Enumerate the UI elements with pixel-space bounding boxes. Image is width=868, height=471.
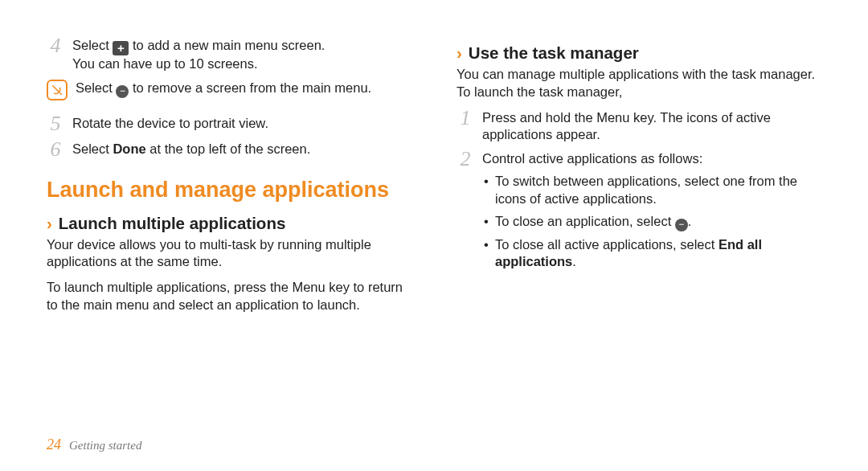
note-body: Select − to remove a screen from the mai…	[76, 80, 371, 98]
step6-body: Select Done at the top left of the scree…	[72, 141, 411, 158]
section-name: Getting started	[69, 439, 141, 453]
bullet-pre: To close all active applications, select	[495, 237, 719, 252]
step-number: 1	[457, 108, 474, 129]
step-body: Select + to add a new main menu screen. …	[72, 37, 411, 73]
bullet-post: .	[572, 254, 576, 268]
step4-text-post: to add a new main menu screen.	[129, 38, 325, 52]
step-5: 5 Rotate the device to portrait view.	[47, 115, 411, 134]
step-6: 6 Select Done at the top left of the scr…	[47, 141, 411, 160]
step-number: 4	[47, 35, 64, 56]
page-footer: 24 Getting started	[47, 436, 141, 453]
step-number: 2	[457, 149, 474, 170]
bullet-text: To switch between applications, select o…	[495, 174, 797, 206]
step5-text: Rotate the device to portrait view.	[72, 115, 411, 133]
step-4: 4 Select + to add a new main menu screen…	[47, 37, 411, 73]
note-icon	[47, 80, 68, 100]
bullet-list: To switch between applications, select o…	[482, 173, 821, 271]
list-item: To switch between applications, select o…	[482, 173, 821, 208]
paragraph: You can manage multiple applications wit…	[457, 66, 821, 101]
step6-post: at the top left of the screen.	[146, 141, 311, 156]
subheading-task-manager: › Use the task manager	[457, 43, 821, 63]
minus-icon: −	[675, 219, 688, 231]
section-heading: Launch and manage applications	[47, 178, 411, 203]
step-number: 6	[47, 139, 64, 160]
subheading-text: Launch multiple applications	[59, 214, 285, 233]
step-number: 5	[47, 113, 64, 134]
note-pre: Select	[76, 80, 116, 95]
page-number: 24	[47, 436, 61, 453]
subheading-text: Use the task manager	[469, 43, 639, 63]
step4-text-pre: Select	[72, 38, 113, 52]
bullet-pre: To close an application, select	[495, 214, 675, 228]
list-item: To close all active applications, select…	[482, 236, 821, 272]
step4-line2: You can have up to 10 screens.	[72, 55, 411, 73]
note-row: Select − to remove a screen from the mai…	[47, 80, 411, 100]
step1-text: Press and hold the Menu key. The icons o…	[482, 109, 821, 145]
right-column: › Use the task manager You can manage mu…	[457, 37, 821, 322]
step2-text: Control active applications as follows:	[482, 150, 821, 168]
plus-icon: +	[113, 41, 129, 55]
left-column: 4 Select + to add a new main menu screen…	[47, 37, 411, 322]
minus-icon: −	[116, 85, 129, 98]
page-columns: 4 Select + to add a new main menu screen…	[47, 37, 821, 322]
paragraph: To launch multiple applications, press t…	[47, 279, 411, 314]
step-1: 1 Press and hold the Menu key. The icons…	[457, 109, 821, 145]
subheading-launch-multiple: › Launch multiple applications	[47, 214, 411, 233]
chevron-right-icon: ›	[47, 214, 52, 233]
list-item: To close an application, select −.	[482, 213, 821, 231]
bullet-post: .	[688, 214, 692, 228]
chevron-right-icon: ›	[457, 43, 462, 63]
paragraph: Your device allows you to multi-task by …	[47, 236, 411, 272]
step-2: 2 Control active applications as follows…	[457, 150, 821, 170]
step6-bold: Done	[113, 141, 145, 156]
note-post: to remove a screen from the main menu.	[129, 80, 371, 95]
step6-pre: Select	[72, 141, 113, 156]
